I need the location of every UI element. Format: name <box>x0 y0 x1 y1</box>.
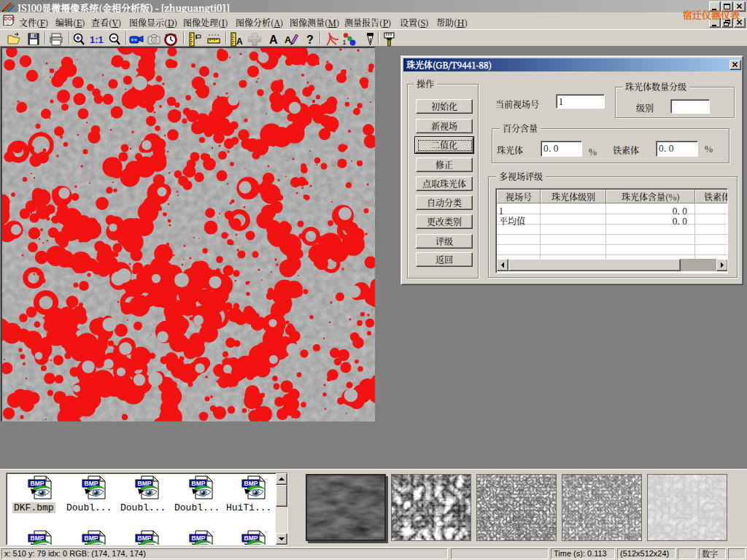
svg-text:?: ? <box>306 34 314 46</box>
svg-text:A: A <box>236 36 243 47</box>
svg-text:A: A <box>269 34 278 46</box>
svg-text:DOC: DOC <box>4 16 15 21</box>
svg-text:A: A <box>285 34 292 45</box>
svg-text:1:1: 1:1 <box>90 34 104 45</box>
svg-text:1: 1 <box>343 39 347 46</box>
